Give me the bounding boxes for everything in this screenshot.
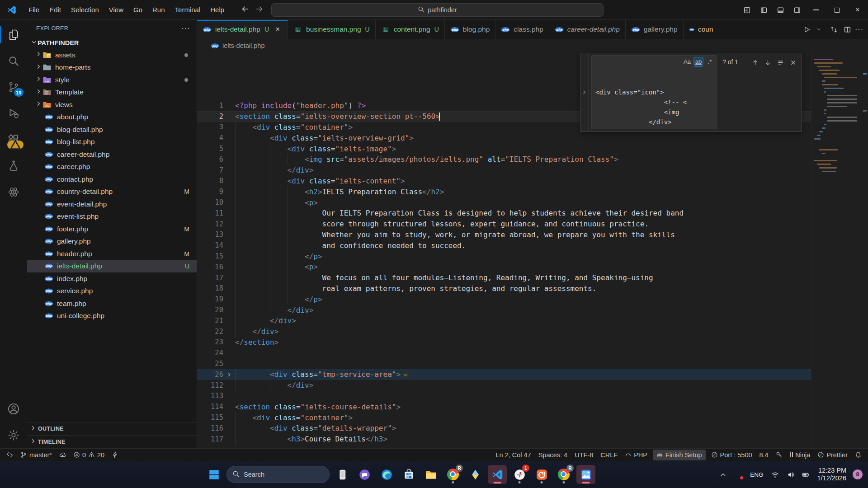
match-case-button[interactable]: Aa [682, 57, 692, 67]
file-event-list.php[interactable]: phpevent-list.php [27, 211, 197, 223]
taskbar-vscode-icon[interactable] [488, 465, 507, 484]
file-footer.php[interactable]: phpfooter.phpM [27, 223, 197, 235]
taskbar-photos-icon[interactable] [576, 465, 595, 484]
activity-extensions-icon[interactable] [0, 127, 27, 153]
previous-match-icon[interactable] [749, 56, 761, 68]
wifi-icon[interactable] [768, 466, 782, 483]
status-master-[interactable]: master* [17, 450, 56, 460]
tab-content.png[interactable]: content.pngU [376, 20, 445, 39]
status-port-5500[interactable]: Port : 5500 [708, 450, 756, 460]
close-find-icon[interactable] [787, 56, 799, 68]
folder-assets[interactable]: assets [27, 49, 197, 61]
status-ln-2-col-47[interactable]: Ln 2, Col 47 [492, 450, 534, 460]
activity-source-control-icon[interactable]: 19 [0, 74, 27, 100]
next-match-icon[interactable] [762, 56, 774, 68]
menu-view[interactable]: View [104, 3, 128, 17]
file-contact.php[interactable]: phpcontact.php [27, 173, 197, 186]
menu-selection[interactable]: Selection [66, 3, 104, 17]
battery-icon[interactable] [799, 466, 812, 483]
status-cloud[interactable] [56, 450, 70, 460]
menu-file[interactable]: File [24, 3, 44, 17]
command-center-search[interactable]: pathfinder [271, 3, 604, 17]
status-prettier[interactable]: Prettier [814, 450, 851, 460]
taskbar-paint3d-icon[interactable] [466, 465, 485, 484]
more-actions-icon[interactable]: ··· [855, 25, 863, 33]
taskbar-edge-icon[interactable] [377, 465, 396, 484]
menu-help[interactable]: Help [205, 3, 229, 17]
close-button[interactable]: × [847, 0, 868, 20]
file-event-detail.php[interactable]: phpevent-detail.php [27, 198, 197, 211]
taskbar-store-icon[interactable] [399, 465, 418, 484]
status-8-4[interactable]: 8.4 [756, 450, 772, 460]
customize-layout-icon[interactable] [739, 0, 755, 20]
toggle-sidebar-icon[interactable] [755, 0, 772, 20]
close-tab-icon[interactable]: × [273, 25, 282, 34]
file-about.php[interactable]: phpabout.php [27, 111, 197, 124]
toggle-replace-icon[interactable] [581, 53, 589, 131]
status-php[interactable]: PHP [621, 450, 651, 460]
activity-run-debug-icon[interactable] [0, 100, 27, 127]
file-country-detail.php[interactable]: phpcountry-detail.phpM [27, 186, 197, 198]
breadcrumb[interactable]: php ielts-detail.php [197, 39, 868, 52]
menu-terminal[interactable]: Terminal [170, 3, 206, 17]
file-service.php[interactable]: phpservice.php [27, 285, 197, 298]
tray-sync-icon[interactable] [731, 466, 745, 483]
taskbar-slack-icon[interactable]: 1 [510, 465, 529, 484]
file-header.php[interactable]: phpheader.phpM [27, 248, 197, 260]
tab-gallery.php[interactable]: phpgallery.php [626, 20, 684, 39]
volume-icon[interactable] [783, 466, 797, 483]
clock[interactable]: 12:23 PM 1/12/2026 [814, 467, 849, 482]
activity-testing-icon[interactable] [0, 153, 27, 179]
taskbar-file-explorer-icon[interactable] [421, 465, 440, 484]
folder-views[interactable]: <>views [27, 99, 197, 111]
minimize-button[interactable] [806, 0, 826, 20]
forward-arrow-icon[interactable] [255, 5, 264, 15]
taskbar-chrome-icon[interactable]: R [443, 465, 462, 484]
activity-account-icon[interactable] [0, 396, 27, 422]
file-team.php[interactable]: phpteam.php [27, 297, 197, 310]
file-career-detail.php[interactable]: phpcareer-detail.php [27, 148, 197, 161]
file-index.php[interactable]: phpindex.php [27, 272, 197, 285]
status-key[interactable] [772, 450, 786, 460]
activity-react-icon[interactable] [0, 179, 27, 205]
section-outline[interactable]: OUTLINE [27, 422, 197, 435]
taskbar-postman-icon[interactable] [532, 465, 551, 484]
tray-chevron-up-icon[interactable] [716, 466, 730, 483]
status-crlf[interactable]: CRLF [597, 450, 621, 460]
file-blog-detail.php[interactable]: phpblog-detail.php [27, 123, 197, 136]
run-chevron-icon[interactable] [814, 23, 826, 35]
taskbar-search[interactable]: Search [226, 466, 330, 483]
status-finish-setup[interactable]: Finish Setup [653, 450, 706, 460]
status-ninja[interactable]: Ninja [786, 450, 814, 460]
tab-ielts-detail.php[interactable]: phpielts-detail.phpU× [197, 20, 288, 39]
tab-career-detail.php[interactable]: phpcareer-detail.php [549, 20, 626, 39]
status-remote[interactable] [3, 450, 17, 460]
notification-badge[interactable]: 8 [853, 469, 863, 479]
start-button[interactable] [204, 465, 223, 484]
folder-Template[interactable]: Template [27, 86, 197, 99]
menu-go[interactable]: Go [128, 3, 147, 17]
status-0[interactable]: 020 [70, 450, 108, 460]
status-spaces-4[interactable]: Spaces: 4 [535, 450, 571, 460]
split-editor-icon[interactable] [841, 23, 853, 35]
status-bolt[interactable] [108, 450, 122, 460]
file-blog-list.php[interactable]: phpblog-list.php [27, 136, 197, 149]
folder-style[interactable]: cssstyle [27, 74, 197, 86]
toggle-panel-icon[interactable] [772, 0, 789, 20]
tab-coun[interactable]: phpcoun [684, 20, 719, 39]
folder-home-parts[interactable]: home-parts [27, 61, 197, 74]
menu-edit[interactable]: Edit [44, 3, 66, 17]
whole-word-button[interactable]: ab [693, 57, 703, 67]
taskbar-chrome-2-icon[interactable]: R [554, 465, 573, 484]
maximize-button[interactable] [826, 0, 847, 20]
minimap[interactable] [811, 52, 862, 448]
find-input[interactable]: <div class="icon"> <!-- < <img </div> Aa… [591, 55, 717, 129]
tab-class.php[interactable]: phpclass.php [495, 20, 549, 39]
file-gallery.php[interactable]: phpgallery.php [27, 235, 197, 248]
status-bell[interactable] [851, 450, 865, 460]
menu-run[interactable]: Run [147, 3, 170, 17]
regex-button[interactable]: .* [705, 57, 715, 67]
run-icon[interactable] [801, 23, 812, 35]
open-changes-icon[interactable] [828, 23, 840, 35]
file-uni-college.php[interactable]: phpuni-college.php [27, 310, 197, 323]
